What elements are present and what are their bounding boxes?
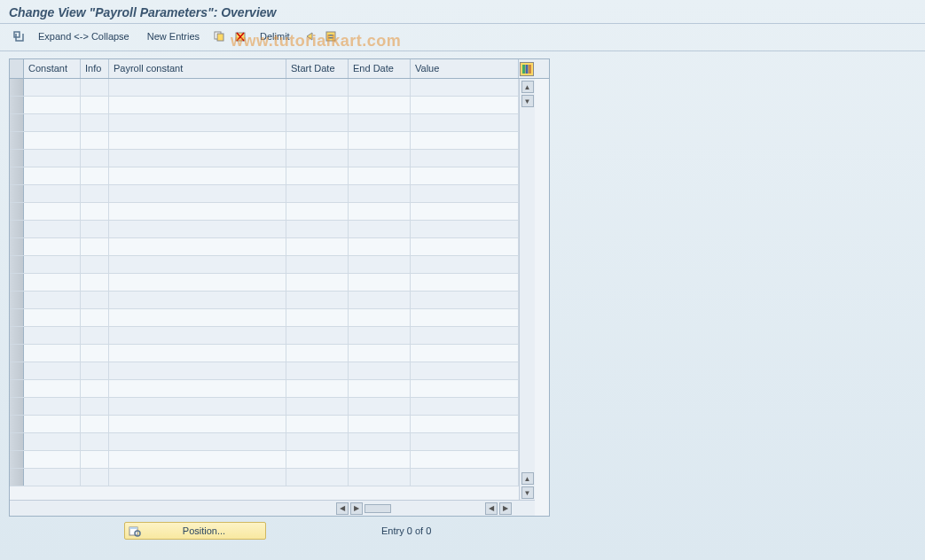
cell-info[interactable] xyxy=(81,274,109,291)
cell-payroll[interactable] xyxy=(109,451,286,468)
row-selector[interactable] xyxy=(10,132,24,149)
cell-value[interactable] xyxy=(411,256,519,273)
cell-end[interactable] xyxy=(349,114,411,131)
cell-constant[interactable] xyxy=(24,433,81,450)
cell-info[interactable] xyxy=(81,114,109,131)
cell-constant[interactable] xyxy=(24,327,81,344)
expand-collapse-button[interactable]: Expand <-> Collapse xyxy=(30,27,137,45)
table-row[interactable] xyxy=(10,398,519,416)
cell-end[interactable] xyxy=(349,380,411,397)
scroll-left2-icon[interactable]: ◀ xyxy=(485,502,498,515)
cell-constant[interactable] xyxy=(24,345,81,362)
cell-end[interactable] xyxy=(349,433,411,450)
table-row[interactable] xyxy=(10,150,519,167)
cell-payroll[interactable] xyxy=(109,433,286,450)
cell-start[interactable] xyxy=(286,274,349,291)
cell-info[interactable] xyxy=(81,380,109,397)
cell-start[interactable] xyxy=(286,203,349,220)
cell-constant[interactable] xyxy=(24,167,81,184)
cell-constant[interactable] xyxy=(24,185,81,202)
cell-start[interactable] xyxy=(286,97,349,113)
table-row[interactable] xyxy=(10,380,519,398)
row-selector[interactable] xyxy=(10,114,24,131)
cell-info[interactable] xyxy=(81,256,109,273)
cell-payroll[interactable] xyxy=(109,167,286,184)
cell-payroll[interactable] xyxy=(109,256,286,273)
scroll-up-icon[interactable]: ▲ xyxy=(521,81,534,93)
cell-end[interactable] xyxy=(349,203,411,220)
cell-end[interactable] xyxy=(349,274,411,291)
cell-payroll[interactable] xyxy=(109,221,286,237)
cell-end[interactable] xyxy=(349,256,411,273)
cell-payroll[interactable] xyxy=(109,150,286,167)
cell-constant[interactable] xyxy=(24,150,81,167)
cell-end[interactable] xyxy=(349,327,411,344)
col-value[interactable]: Value xyxy=(411,59,519,78)
cell-start[interactable] xyxy=(286,238,349,255)
cell-end[interactable] xyxy=(349,292,411,308)
table-row[interactable] xyxy=(10,362,519,380)
row-selector[interactable] xyxy=(10,327,24,344)
cell-end[interactable] xyxy=(349,362,411,379)
row-selector[interactable] xyxy=(10,167,24,184)
cell-info[interactable] xyxy=(81,309,109,326)
cell-info[interactable] xyxy=(81,132,109,149)
table-row[interactable] xyxy=(10,79,519,97)
cell-payroll[interactable] xyxy=(109,309,286,326)
cell-constant[interactable] xyxy=(24,398,81,415)
table-row[interactable] xyxy=(10,469,519,486)
cell-end[interactable] xyxy=(349,238,411,255)
row-selector[interactable] xyxy=(10,150,24,167)
cell-constant[interactable] xyxy=(24,380,81,397)
cell-info[interactable] xyxy=(81,469,109,486)
scroll-right2-icon[interactable]: ▶ xyxy=(499,502,512,515)
cell-info[interactable] xyxy=(81,292,109,308)
cell-value[interactable] xyxy=(411,433,519,450)
cell-constant[interactable] xyxy=(24,238,81,255)
cell-value[interactable] xyxy=(411,203,519,220)
cell-constant[interactable] xyxy=(24,451,81,468)
row-selector[interactable] xyxy=(10,256,24,273)
cell-value[interactable] xyxy=(411,451,519,468)
cell-start[interactable] xyxy=(286,150,349,167)
cell-start[interactable] xyxy=(286,309,349,326)
cell-value[interactable] xyxy=(411,79,519,96)
table-row[interactable] xyxy=(10,114,519,132)
row-selector[interactable] xyxy=(10,380,24,397)
row-selector[interactable] xyxy=(10,416,24,432)
cell-value[interactable] xyxy=(411,398,519,415)
cell-end[interactable] xyxy=(349,398,411,415)
cell-payroll[interactable] xyxy=(109,327,286,344)
cell-constant[interactable] xyxy=(24,274,81,291)
col-end-date[interactable]: End Date xyxy=(349,59,411,78)
cell-end[interactable] xyxy=(349,345,411,362)
row-selector[interactable] xyxy=(10,451,24,468)
cell-end[interactable] xyxy=(349,79,411,96)
cell-constant[interactable] xyxy=(24,292,81,308)
cell-end[interactable] xyxy=(349,309,411,326)
table-row[interactable] xyxy=(10,345,519,362)
cell-value[interactable] xyxy=(411,221,519,237)
cell-value[interactable] xyxy=(411,167,519,184)
cell-info[interactable] xyxy=(81,167,109,184)
cell-end[interactable] xyxy=(349,185,411,202)
cell-value[interactable] xyxy=(411,132,519,149)
cell-payroll[interactable] xyxy=(109,469,286,486)
cell-end[interactable] xyxy=(349,150,411,167)
scroll-track[interactable] xyxy=(365,504,391,513)
cell-value[interactable] xyxy=(411,469,519,486)
row-selector[interactable] xyxy=(10,345,24,362)
scroll-down2-icon[interactable]: ▼ xyxy=(521,486,534,499)
vertical-scrollbar[interactable]: ▲ ▼ ▲ ▼ xyxy=(519,79,535,501)
row-selector[interactable] xyxy=(10,398,24,415)
position-button[interactable]: Position... xyxy=(124,522,266,540)
table-row[interactable] xyxy=(10,309,519,327)
cell-value[interactable] xyxy=(411,327,519,344)
row-selector[interactable] xyxy=(10,203,24,220)
cell-value[interactable] xyxy=(411,416,519,432)
row-selector-header[interactable] xyxy=(10,59,24,78)
toggle-icon[interactable] xyxy=(9,27,28,45)
cell-info[interactable] xyxy=(81,238,109,255)
cell-start[interactable] xyxy=(286,433,349,450)
table-row[interactable] xyxy=(10,238,519,256)
